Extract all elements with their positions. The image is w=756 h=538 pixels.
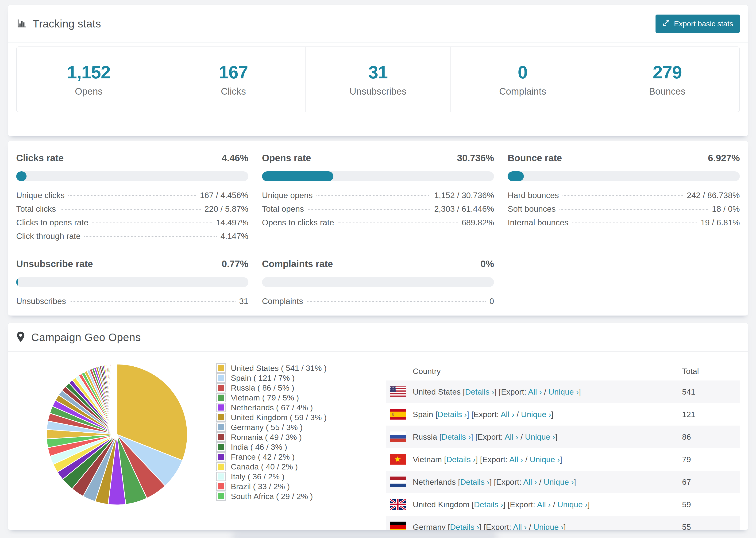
rate-block-clicks-rate: Clicks rate4.46%Unique clicks167 / 4.456… [16, 153, 248, 245]
export-all-link[interactable]: All › [501, 410, 514, 419]
rate-progress-fill [262, 171, 333, 181]
total-cell: 86 [682, 432, 735, 442]
rates-row-1: Clicks rate4.46%Unique clicks167 / 4.456… [16, 153, 740, 245]
legend-item-russia[interactable]: Russia ( 86 / 5% ) [216, 383, 343, 393]
export-all-link[interactable]: All › [513, 522, 527, 530]
stat-label: Complaints [499, 86, 546, 97]
legend-label: Germany ( 55 / 3% ) [231, 423, 303, 432]
rate-detail-row: Internal bounces19 / 6.81% [508, 218, 740, 232]
legend-item-vietnam[interactable]: Vietnam ( 79 / 5% ) [216, 393, 343, 403]
detail-label: Internal bounces [508, 218, 568, 227]
stat-cell-opens: 1,152Opens [17, 47, 161, 112]
export-icon [662, 19, 670, 28]
legend-item-south-africa[interactable]: South Africa ( 29 / 2% ) [216, 491, 343, 501]
legend-swatch [216, 373, 226, 383]
stat-value: 31 [368, 62, 388, 82]
export-all-link[interactable]: All › [509, 455, 523, 464]
details-link[interactable]: Details › [465, 387, 495, 396]
details-link[interactable]: Details › [446, 455, 476, 464]
rate-progress-bar [262, 171, 494, 181]
legend-item-united-kingdom[interactable]: United Kingdom ( 59 / 3% ) [216, 412, 343, 422]
legend-item-france[interactable]: France ( 42 / 2% ) [216, 452, 343, 462]
gb-flag-icon [390, 499, 406, 510]
detail-value: 19 / 6.81% [701, 218, 740, 227]
detail-label: Total clicks [16, 204, 56, 214]
detail-value: 0 [490, 296, 494, 306]
geo-table-header: Country Total [386, 362, 740, 381]
export-all-link[interactable]: All › [505, 432, 518, 441]
rate-value: 6.927% [708, 153, 740, 163]
details-link[interactable]: Details › [460, 477, 490, 486]
stat-label: Clicks [221, 86, 246, 97]
details-link[interactable]: Details › [438, 410, 467, 419]
detail-value: 2,303 / 61.446% [434, 204, 494, 214]
legend-swatch [216, 393, 226, 402]
dotted-leader [338, 223, 458, 223]
legend-item-romania[interactable]: Romania ( 49 / 3% ) [216, 432, 343, 442]
stat-value: 1,152 [67, 62, 110, 82]
detail-value: 242 / 86.738% [687, 190, 740, 200]
legend-swatch [216, 462, 226, 471]
legend-swatch [216, 442, 226, 452]
legend-item-netherlands[interactable]: Netherlands ( 67 / 4% ) [216, 403, 343, 412]
legend-label: Canada ( 40 / 2% ) [231, 462, 298, 471]
details-link[interactable]: Details › [474, 500, 503, 509]
dotted-leader [84, 236, 217, 237]
export-unique-link[interactable]: Unique › [549, 387, 579, 396]
country-cell: Spain [Details ›] [Export: All › / Uniqu… [413, 410, 553, 419]
rates-card: Clicks rate4.46%Unique clicks167 / 4.456… [8, 141, 748, 316]
legend-label: India ( 46 / 3% ) [231, 443, 287, 452]
column-total: Total [682, 367, 735, 376]
detail-label: Clicks to opens rate [16, 218, 88, 227]
dotted-leader [60, 209, 201, 210]
detail-label: Opens to clicks rate [262, 218, 334, 227]
country-cell: United Kingdom [Details ›] [Export: All … [413, 500, 590, 509]
detail-value: 167 / 4.456% [200, 190, 248, 200]
summary-stats-row: 1,152Opens167Clicks31Unsubscribes0Compla… [16, 46, 740, 112]
rate-detail-row: Unsubscribes31 [16, 296, 248, 310]
pie-slice-other[interactable] [117, 364, 117, 435]
export-unique-link[interactable]: Unique › [530, 455, 560, 464]
rate-progress-bar [262, 277, 494, 287]
legend-label: France ( 42 / 2% ) [231, 452, 295, 461]
export-unique-link[interactable]: Unique › [525, 432, 555, 441]
legend-item-united-states[interactable]: United States ( 541 / 31% ) [216, 363, 343, 373]
dotted-leader [563, 195, 683, 196]
table-row-russia: Russia [Details ›] [Export: All › / Uniq… [386, 426, 740, 448]
export-unique-link[interactable]: Unique › [544, 477, 574, 486]
legend-item-spain[interactable]: Spain ( 121 / 7% ) [216, 373, 343, 383]
export-unique-link[interactable]: Unique › [533, 522, 564, 530]
us-flag-icon [390, 386, 406, 397]
rate-progress-fill [16, 171, 27, 181]
export-all-link[interactable]: All › [528, 387, 542, 396]
rate-block-bounce-rate: Bounce rate6.927%Hard bounces242 / 86.73… [508, 153, 740, 245]
export-all-link[interactable]: All › [537, 500, 551, 509]
stat-cell-unsubscribes: 31Unsubscribes [306, 47, 451, 112]
dotted-leader [572, 223, 697, 223]
legend-item-india[interactable]: India ( 46 / 3% ) [216, 442, 343, 452]
country-cell: United States [Details ›] [Export: All ›… [413, 387, 581, 397]
details-link[interactable]: Details › [442, 432, 471, 441]
rate-title: Opens rate [262, 153, 311, 163]
country-cell: Netherlands [Details ›] [Export: All › /… [413, 477, 576, 487]
legend-item-italy[interactable]: Italy ( 36 / 2% ) [216, 471, 343, 481]
detail-label: Unique opens [262, 190, 313, 200]
legend-label: Brazil ( 33 / 2% ) [231, 482, 290, 491]
legend-item-germany[interactable]: Germany ( 55 / 3% ) [216, 422, 343, 432]
rate-title: Bounce rate [508, 153, 562, 163]
details-link[interactable]: Details › [450, 522, 479, 530]
export-unique-link[interactable]: Unique › [557, 500, 588, 509]
detail-value: 14.497% [216, 218, 248, 227]
rate-title: Clicks rate [16, 153, 64, 163]
total-cell: 79 [682, 455, 735, 464]
campaign-geo-opens-card: Campaign Geo Opens United States ( 541 /… [8, 323, 748, 530]
country-cell: Vietnam [Details ›] [Export: All › / Uni… [413, 455, 562, 464]
export-unique-link[interactable]: Unique › [521, 410, 551, 419]
legend-item-brazil[interactable]: Brazil ( 33 / 2% ) [216, 481, 343, 491]
rate-detail-row: Total opens2,303 / 61.446% [262, 204, 494, 218]
export-all-link[interactable]: All › [523, 477, 537, 486]
export-basic-stats-button[interactable]: Export basic stats [656, 15, 740, 33]
legend-label: Romania ( 49 / 3% ) [231, 433, 302, 442]
geo-card-header: Campaign Geo Opens [8, 323, 748, 352]
legend-item-canada[interactable]: Canada ( 40 / 2% ) [216, 462, 343, 471]
